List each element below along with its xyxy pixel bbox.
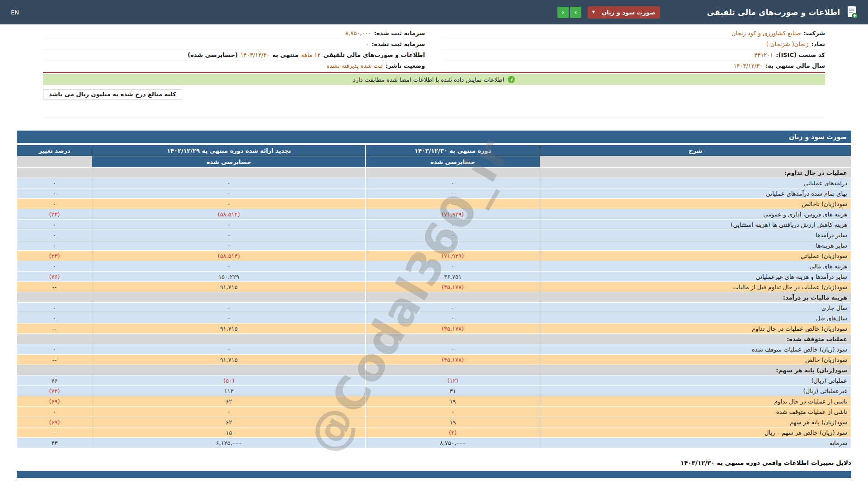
row-label: عملیات متوقف شده: (540, 334, 851, 344)
table-row: سود(زیان) عملیات در حال تداوم قبل از مال… (17, 282, 851, 292)
red-divider-line (43, 72, 825, 73)
row-value-current (366, 292, 540, 303)
row-label: سایر درآمدها و هزینه های غیرعملیاتی (540, 272, 851, 282)
row-value-change: ۰ (17, 344, 92, 355)
row-value-current: ۰ (366, 344, 540, 355)
table-row: هزینه کاهش ارزش دریافتنی ها (هزینه استثن… (17, 220, 851, 230)
row-value-prior: ۰ (92, 199, 366, 209)
row-label: غیرعملیاتی (ریال) (540, 386, 851, 396)
row-value-change: ۰ (17, 303, 92, 313)
column-header-description: شرح (540, 145, 851, 156)
row-value-change (17, 365, 92, 375)
row-value-current: ۰ (366, 220, 540, 230)
info-label: کد صنعت (ISIC): (776, 52, 825, 58)
row-value-prior: ۱۵۰,۲۲۹ (92, 272, 366, 282)
next-statement-button[interactable]: › (557, 7, 569, 18)
row-value-change: (۶۹) (17, 396, 92, 407)
row-value-change (17, 168, 92, 178)
info-value: ثبت شده پذیرفته نشده (326, 62, 382, 69)
company-info-row: سرمایه ثبت شده:۸,۷۵۰,۰۰۰ (43, 28, 425, 39)
statement-dropdown[interactable]: صورت سود و زیان ▼ (588, 6, 660, 19)
table-row: ناشی از عملیات در حال تداوم۱۹۶۲(۶۹) (17, 396, 851, 407)
row-label: سرمایه (540, 438, 851, 448)
row-value-change: ۴۳ (17, 438, 92, 448)
info-label: سرمایه ثبت نشده: (372, 41, 425, 47)
table-row: سود(زیان) خالص عملیات در حال تداوم(۳۵,۱۷… (17, 324, 851, 334)
income-statement-table-body: عملیات در حال تداوم:درآمدهای عملیاتی۰۰۰ب… (17, 168, 851, 448)
audited-label-prior: حسابرسی شده (92, 156, 366, 168)
row-value-change: ۰ (17, 220, 92, 230)
row-label: هزینه های فروش، اداری و عمومی (540, 209, 851, 220)
row-value-prior (92, 168, 366, 178)
info-value: ۸,۷۵۰,۰۰۰ (345, 30, 371, 37)
table-row: سایر هزینه‌ها۰۰۰ (17, 240, 851, 251)
table-row: سود(زیان) خالص(۳۵,۱۷۸)۹۱,۷۱۵-- (17, 355, 851, 365)
row-value-change: -- (17, 355, 92, 365)
row-value-prior: ۰ (92, 344, 366, 355)
row-label: سود (زیان) خالص عملیات متوقف شده (540, 344, 851, 355)
row-label: بهای تمام شده درآمدهای عملیاتی (540, 188, 851, 199)
row-value-current: ۰ (366, 313, 540, 324)
prev-statement-button[interactable]: ‹ (570, 7, 581, 18)
row-value-current (366, 334, 540, 344)
row-value-prior: (۵۰) (92, 375, 366, 386)
row-label: عملیات در حال تداوم: (540, 168, 851, 178)
page-title: اطلاعات و صورت‌های مالی تلفیقی (707, 8, 840, 17)
column-header-current-period: دوره منتهی به ۱۴۰۳/۱۲/۳۰ (366, 145, 540, 156)
row-label: هزینه کاهش ارزش دریافتنی ها (هزینه استثن… (540, 220, 851, 230)
row-value-change: ۰ (17, 313, 92, 324)
table-section-row: عملیات در حال تداوم: (17, 168, 851, 178)
header-empty-cell (540, 156, 851, 168)
change-reasons-title: دلایل تغییرات اطلاعات واقعی دوره منتهی ب… (17, 459, 851, 466)
table-section-row: هزینه مالیات بر درآمد: (17, 292, 851, 303)
row-value-change (17, 292, 92, 303)
row-value-prior: ۹۱,۷۱۵ (92, 324, 366, 334)
table-section-row: سود(زیان) پایه هر سهم: (17, 365, 851, 375)
row-value-prior: ۱۵ (92, 427, 366, 438)
table-row: سود (زیان) خالص عملیات متوقف شده۰۰۰ (17, 344, 851, 355)
row-label: سود(زیان) عملیاتی (540, 251, 851, 261)
row-value-current: (۳۵,۱۷۸) (366, 324, 540, 334)
row-value-prior: ۰ (92, 240, 366, 251)
unit-note-row: کلیه مبالغ درج شده به میلیون ریال می باش… (43, 89, 825, 99)
row-value-current: ۰ (366, 230, 540, 240)
info-value: ۱۴۰۳/۱۲/۳۰ (734, 62, 763, 69)
row-value-prior: ۶۲ (92, 417, 366, 427)
company-info-row: وضعیت ناشر:ثبت شده پذیرفته نشده (43, 61, 425, 71)
info-label: سرمایه ثبت شده: (374, 30, 425, 37)
statement-dropdown-value: صورت سود و زیان (602, 9, 656, 16)
row-label: سود(زیان) ناخالص (540, 199, 851, 209)
row-label: عملیاتی (ریال) (540, 375, 851, 386)
row-value-current: (۳۵,۱۷۸) (366, 355, 540, 365)
row-value-prior (92, 334, 366, 344)
company-info-left-column: سرمایه ثبت شده:۸,۷۵۰,۰۰۰سرمایه ثبت نشده:… (43, 28, 425, 71)
row-label: سود(زیان) خالص عملیات در حال تداوم (540, 324, 851, 334)
row-value-change (17, 334, 92, 344)
table-row: عملیاتی (ریال)(۱۲)(۵۰)۷۶ (17, 375, 851, 386)
row-value-prior: (۵۸,۵۱۴) (92, 251, 366, 261)
info-value: زنجان( شزنجان ) (766, 41, 809, 47)
income-statement-section: صورت سود و زیان شرح دوره منتهی به ۱۴۰۳/۱… (17, 131, 851, 448)
info-value: ۱۲ ماهه (301, 52, 321, 58)
info-value: ۰ (366, 41, 369, 47)
row-label: ناشی از عملیات در حال تداوم (540, 396, 851, 407)
row-value-change: -- (17, 427, 92, 438)
row-label: سایر هزینه‌ها (540, 240, 851, 251)
table-row: سود(زیان) عملیاتی(۷۱,۹۲۹)(۵۸,۵۱۴)(۲۳) (17, 251, 851, 261)
footer-section: دلایل تغییرات اطلاعات واقعی دوره منتهی ب… (17, 459, 851, 478)
signature-match-text: اطلاعات نمایش داده شده با اطلاعات امضا ش… (353, 76, 504, 83)
row-value-change: (۶۹) (17, 417, 92, 427)
info-label: سال مالی منتهی به: (765, 62, 825, 69)
table-row: ناشی از عملیات متوقف شده۰۰۰ (17, 407, 851, 417)
company-info-row: سال مالی منتهی به:۱۴۰۳/۱۲/۳۰ (443, 61, 825, 71)
language-toggle[interactable]: EN (11, 9, 19, 16)
row-value-change: ۰ (17, 199, 92, 209)
row-value-current: ۰ (366, 188, 540, 199)
row-label: سود(زیان) پایه هر سهم (540, 417, 851, 427)
row-value-current: ۳۱ (366, 386, 540, 396)
company-info-row: سرمایه ثبت نشده:۰ (43, 39, 425, 50)
row-value-prior: ۰ (92, 178, 366, 188)
row-value-current: ۰ (366, 407, 540, 417)
row-value-current: (۳۵,۱۷۸) (366, 282, 540, 292)
row-value-prior: ۰ (92, 230, 366, 240)
